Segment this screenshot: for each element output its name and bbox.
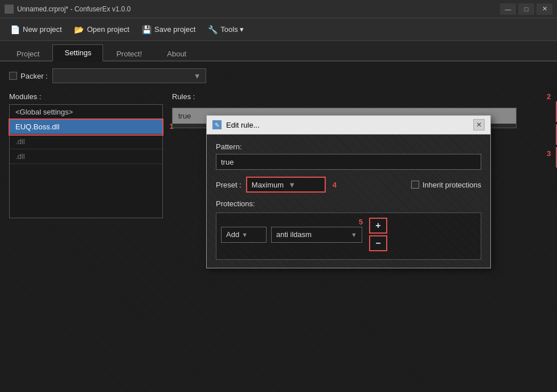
main-content: Packer : ▼ Modules : <Global settings> E… — [0, 62, 557, 392]
minimize-button[interactable]: — — [500, 3, 516, 15]
maximize-button[interactable]: □ — [518, 3, 534, 15]
menu-new-project[interactable]: 📄 New project — [5, 22, 68, 37]
title-bar: Unnamed.crproj* - ConfuserEx v1.0.0 — □ … — [0, 0, 557, 18]
dialog-close-button[interactable]: ✕ — [473, 119, 485, 130]
remove-protection-button[interactable]: − — [369, 235, 387, 251]
window-title: Unnamed.crproj* - ConfuserEx v1.0.0 — [17, 5, 500, 13]
module-item-dll2[interactable]: .dll — [10, 149, 162, 164]
rules-panel: Rules : true 2 + − 3 ✎ — [172, 92, 548, 381]
open-project-icon: 📂 — [75, 25, 84, 34]
module-item-dll1[interactable]: .dll — [10, 134, 162, 149]
menu-tools-label: Tools ▾ — [220, 25, 244, 34]
protections-area: Add ▼ anti ildasm ▼ 5 + — [216, 213, 481, 260]
modules-panel: Modules : <Global settings> EUQ.Boss.dll… — [9, 92, 163, 381]
protection-type-dropdown[interactable]: anti ildasm ▼ — [271, 227, 362, 243]
inherit-cb-box[interactable] — [411, 181, 419, 189]
menu-save-project[interactable]: 💾 Save project — [136, 22, 201, 37]
tab-about[interactable]: About — [155, 46, 198, 62]
preset-row: Preset : Maximum ▼ 4 Inherit protections — [216, 177, 481, 193]
protection-action-dropdown[interactable]: Add ▼ — [221, 227, 267, 243]
packer-dropdown-arrow: ▼ — [194, 72, 201, 80]
menu-bar: 📄 New project 📂 Open project 💾 Save proj… — [0, 18, 557, 41]
modules-list: <Global settings> EUQ.Boss.dll 1 .dll .d… — [9, 104, 163, 218]
packer-row: Packer : ▼ — [9, 68, 548, 83]
tab-settings[interactable]: Settings — [52, 44, 103, 62]
num5-badge: 5 — [359, 218, 363, 226]
pattern-label: Pattern: — [216, 142, 481, 151]
packer-dropdown[interactable]: ▼ — [52, 68, 206, 83]
two-column-layout: Modules : <Global settings> EUQ.Boss.dll… — [9, 92, 548, 381]
num4-badge: 4 — [333, 181, 337, 189]
tools-icon: 🔧 — [208, 25, 217, 34]
menu-open-project-label: Open project — [87, 25, 129, 34]
packer-checkbox-label[interactable]: Packer : — [9, 72, 48, 80]
pattern-input[interactable] — [216, 154, 481, 170]
edit-rule-dialog: ✎ Edit rule... ✕ Pattern: Preset : — [206, 115, 491, 268]
rules-header: Rules : — [172, 92, 517, 104]
module-item-global[interactable]: <Global settings> — [10, 105, 162, 120]
close-button[interactable]: ✕ — [536, 3, 552, 15]
packer-checkbox[interactable] — [9, 72, 17, 80]
prot-type-arrow: ▼ — [351, 231, 357, 238]
tabs-bar: Project Settings Protect! About — [0, 41, 557, 62]
window-controls: — □ ✕ — [500, 3, 552, 15]
menu-open-project[interactable]: 📂 Open project — [69, 22, 135, 37]
inherit-label: Inherit protections — [423, 181, 481, 189]
add-protection-button[interactable]: + — [369, 218, 387, 234]
dialog-title-bar: ✎ Edit rule... ✕ — [207, 116, 490, 134]
preset-dropdown[interactable]: Maximum ▼ — [246, 177, 326, 193]
protections-label: Protections: — [216, 199, 481, 208]
num3-badge: 3 — [547, 149, 551, 158]
inherit-checkbox: Inherit protections — [411, 181, 481, 189]
packer-label: Packer : — [21, 72, 48, 80]
num2-badge: 2 — [547, 92, 551, 101]
preset-label: Preset : — [216, 181, 241, 189]
menu-new-project-label: New project — [23, 25, 62, 34]
prot-btns-wrapper: 5 + − — [369, 218, 387, 251]
dialog-title-icon: ✎ — [212, 120, 222, 129]
tab-protect[interactable]: Protect! — [104, 46, 154, 62]
menu-save-project-label: Save project — [154, 25, 195, 34]
app-icon — [5, 5, 14, 14]
tab-project[interactable]: Project — [5, 46, 51, 62]
dialog-body: Pattern: Preset : Maximum ▼ 4 — [207, 134, 490, 268]
rules-label: Rules : — [172, 92, 195, 101]
prot-add-arrow: ▼ — [241, 231, 248, 238]
pattern-field: Pattern: — [216, 142, 481, 170]
new-project-icon: 📄 — [10, 25, 19, 34]
save-project-icon: 💾 — [142, 25, 151, 34]
preset-arrow: ▼ — [288, 181, 296, 189]
menu-tools[interactable]: 🔧 Tools ▾ — [202, 22, 249, 37]
modules-label: Modules : — [9, 92, 163, 101]
preset-value: Maximum — [252, 181, 284, 189]
module-item-euqboss[interactable]: EUQ.Boss.dll 1 — [10, 120, 162, 134]
dialog-container: ✎ Edit rule... ✕ Pattern: Preset : — [206, 115, 491, 268]
protection-row: Add ▼ anti ildasm ▼ 5 + — [221, 218, 476, 251]
dialog-title: Edit rule... — [226, 121, 469, 129]
